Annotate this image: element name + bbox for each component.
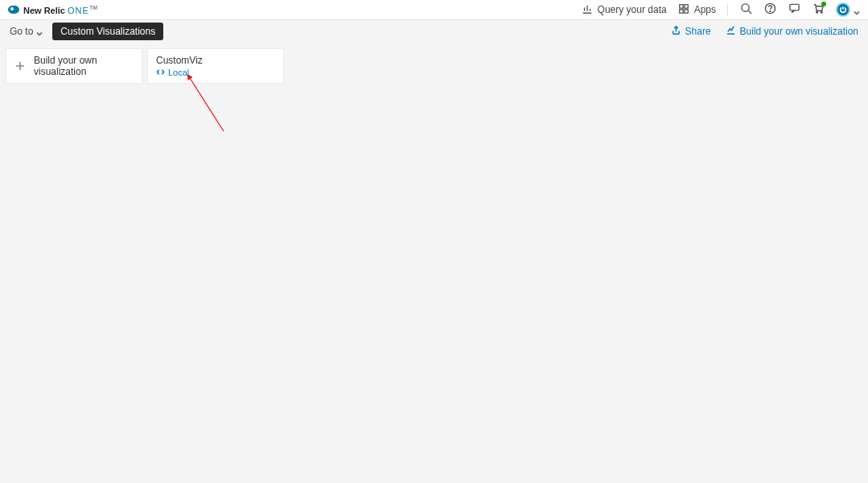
avatar bbox=[836, 2, 850, 17]
go-to-dropdown[interactable]: Go to bbox=[10, 26, 43, 37]
svg-rect-2 bbox=[679, 9, 682, 12]
svg-point-9 bbox=[821, 11, 822, 13]
svg-rect-0 bbox=[679, 4, 682, 7]
viz-card-title: CustomViz bbox=[156, 55, 203, 66]
user-menu[interactable] bbox=[836, 2, 860, 17]
build-label: Build your own visualization bbox=[740, 26, 858, 37]
query-your-data-label: Query your data bbox=[598, 4, 667, 15]
power-icon bbox=[839, 4, 847, 16]
feedback-button[interactable] bbox=[788, 3, 800, 16]
build-visualization-button[interactable]: Build your own visualization bbox=[726, 25, 858, 38]
svg-rect-7 bbox=[789, 4, 798, 10]
annotation-arrow bbox=[185, 73, 233, 138]
chat-icon bbox=[788, 2, 800, 17]
share-icon bbox=[671, 25, 681, 38]
chart-bar-icon bbox=[582, 3, 593, 17]
share-label: Share bbox=[685, 26, 711, 37]
eye-logo-icon bbox=[8, 6, 19, 14]
search-icon bbox=[740, 2, 752, 17]
notifications-button[interactable] bbox=[812, 3, 825, 16]
svg-point-6 bbox=[770, 10, 771, 11]
viz-card-sub-label: Local bbox=[168, 68, 189, 77]
search-button[interactable] bbox=[739, 3, 752, 16]
notification-dot bbox=[821, 2, 826, 6]
breadcrumb-pill[interactable]: Custom Visualizations bbox=[52, 23, 163, 40]
viz-card-sub: Local bbox=[156, 68, 189, 78]
build-visualization-card[interactable]: Build your own visualization bbox=[6, 49, 142, 83]
card-row: Build your own visualization CustomViz L… bbox=[6, 49, 862, 83]
svg-line-10 bbox=[190, 78, 224, 131]
svg-rect-3 bbox=[685, 9, 688, 12]
chevron-down-icon bbox=[36, 28, 43, 35]
header-actions: Query your data Apps bbox=[582, 2, 860, 17]
svg-point-8 bbox=[816, 11, 817, 13]
pill-label: Custom Visualizations bbox=[60, 26, 155, 37]
custom-viz-card[interactable]: CustomViz Local bbox=[148, 49, 283, 83]
share-button[interactable]: Share bbox=[671, 25, 711, 38]
svg-rect-1 bbox=[685, 4, 688, 7]
content-area: Build your own visualization CustomViz L… bbox=[0, 43, 868, 89]
apps-grid-icon bbox=[678, 3, 689, 17]
code-icon bbox=[156, 68, 165, 78]
apps-link[interactable]: Apps bbox=[678, 3, 716, 17]
query-your-data-link[interactable]: Query your data bbox=[582, 3, 667, 17]
apps-label: Apps bbox=[694, 4, 716, 15]
global-header: New Relic ONETM Query your data Apps bbox=[0, 0, 868, 20]
help-icon bbox=[764, 2, 776, 17]
chevron-down-icon bbox=[854, 6, 860, 13]
header-divider bbox=[727, 4, 728, 15]
subheader: Go to Custom Visualizations Share Build … bbox=[0, 20, 868, 43]
build-card-label: Build your own visualization bbox=[34, 55, 134, 77]
chart-line-icon bbox=[726, 25, 736, 38]
brand-logo[interactable]: New Relic ONETM bbox=[8, 5, 97, 15]
svg-point-4 bbox=[741, 4, 748, 11]
help-button[interactable] bbox=[763, 3, 776, 16]
go-to-label: Go to bbox=[10, 26, 33, 37]
brand-text: New Relic ONETM bbox=[23, 5, 97, 15]
plus-icon bbox=[14, 60, 26, 72]
